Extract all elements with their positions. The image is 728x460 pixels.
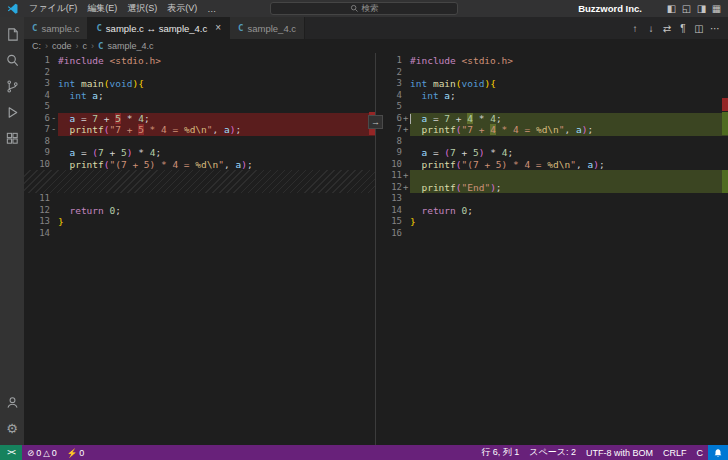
breadcrumb-folder[interactable]: c [83, 41, 88, 51]
notifications-bell-icon[interactable] [708, 445, 728, 460]
line-gutter: 3 [376, 78, 410, 90]
code-line[interactable]: 7- printf("7 + 5 * 4 = %d\n", a); [24, 124, 375, 136]
more-actions-icon[interactable]: ⋯ [708, 23, 722, 34]
code-line[interactable]: 2 [24, 67, 375, 79]
swap-sides-icon[interactable]: ⇄ [660, 23, 674, 34]
indentation[interactable]: スペース: 2 [524, 446, 581, 459]
tab-sample4-c[interactable]: C sample_4.c [230, 17, 305, 39]
next-change-icon[interactable]: ↓ [644, 23, 658, 34]
code-text: } [410, 216, 728, 228]
code-line[interactable]: 6- a = 7 + 5 * 4; [24, 113, 375, 125]
customize-layout-icon[interactable]: ▦ [709, 3, 724, 14]
split-editor-icon[interactable]: ◫ [692, 23, 706, 34]
code-token: + [456, 147, 473, 158]
eol-sequence[interactable]: CRLF [658, 448, 692, 458]
account-icon[interactable] [0, 389, 24, 415]
code-line[interactable]: 6+ a = 7 + 4 * 4; [376, 113, 728, 125]
diff-original-pane[interactable]: 1#include <stdio.h>23int main(void){4 in… [24, 53, 376, 445]
toggle-panel-icon[interactable]: ◱ [679, 3, 694, 14]
code-line[interactable]: 14 [24, 228, 375, 240]
menu-view[interactable]: 表示(V) [162, 2, 202, 15]
menu-file[interactable]: ファイル(F) [24, 2, 82, 15]
code-token: = [75, 113, 92, 124]
menu-selection[interactable]: 選択(S) [122, 2, 162, 15]
previous-change-icon[interactable]: ↑ [628, 23, 642, 34]
line-gutter: 2 [24, 67, 58, 79]
breadcrumb[interactable]: C: › code › c › C sample_4.c [24, 39, 728, 53]
cursor-position[interactable]: 行 6, 列 1 [476, 446, 524, 459]
code-line[interactable]: 3int main(void){ [376, 78, 728, 90]
code-line[interactable]: 12+ printf("End"); [376, 182, 728, 194]
code-line[interactable]: 4 int a; [24, 90, 375, 102]
code-line[interactable]: 5 [376, 101, 728, 113]
diff-filler-region[interactable] [24, 170, 375, 193]
code-token: = [427, 147, 444, 158]
code-token: #include [58, 55, 109, 66]
diff-modified-pane[interactable]: 1#include <stdio.h>23int main(void){4 in… [376, 53, 728, 445]
code-line[interactable]: 10 printf("(7 + 5) * 4 = %d\n", a); [376, 159, 728, 171]
breadcrumb-file[interactable]: sample_4.c [107, 41, 153, 51]
line-gutter: 5 [376, 101, 410, 113]
apply-change-arrow-icon[interactable]: → [368, 115, 383, 129]
search-sidebar-icon[interactable] [0, 47, 24, 73]
code-line[interactable]: 11 [24, 193, 375, 205]
code-token: = [75, 147, 92, 158]
tab-sample-c[interactable]: C sample.c [24, 17, 88, 39]
code-text: printf("7 + 4 * 4 = %d\n", a); [410, 124, 728, 136]
tab-diff-sample[interactable]: C sample.c ↔ sample_4.c × [88, 17, 230, 39]
code-line[interactable]: 16 [376, 228, 728, 240]
problems-status[interactable]: ⊘ 0 △ 0 [22, 448, 62, 458]
code-token: { [138, 78, 144, 89]
menu-edit[interactable]: 編集(E) [82, 2, 122, 15]
code-line[interactable]: 9 a = (7 + 5) * 4; [24, 147, 375, 159]
code-token: , [213, 124, 224, 135]
breadcrumb-folder[interactable]: code [52, 41, 72, 51]
code-line[interactable]: 3int main(void){ [24, 78, 375, 90]
code-token: ; [98, 90, 104, 101]
ports-status[interactable]: ⚡ 0 [62, 448, 90, 458]
code-line[interactable]: 1#include <stdio.h> [376, 55, 728, 67]
toggle-secondary-sidebar-icon[interactable]: ◨ [694, 3, 709, 14]
settings-gear-icon[interactable]: ⚙ [0, 415, 24, 441]
code-line[interactable]: 8 [376, 136, 728, 148]
encoding[interactable]: UTF-8 with BOM [581, 448, 658, 458]
command-center-search[interactable]: 検索 [270, 2, 458, 15]
code-line[interactable]: 8 [24, 136, 375, 148]
language-mode[interactable]: C [692, 448, 709, 458]
code-line[interactable]: 13 [376, 193, 728, 205]
line-gutter: 8 [24, 136, 58, 148]
overview-ruler[interactable] [722, 53, 728, 445]
remote-indicator[interactable]: >< [0, 445, 22, 460]
code-line[interactable]: 5 [24, 101, 375, 113]
title-bar: ファイル(F)編集(E)選択(S)表示(V)… 検索 Buzzword Inc.… [0, 0, 728, 17]
code-line[interactable]: 11+ [376, 170, 728, 182]
menu-overflow[interactable]: … [202, 4, 221, 14]
line-gutter: 12+ [376, 182, 410, 194]
code-line[interactable]: 9 a = (7 + 5) * 4; [376, 147, 728, 159]
run-debug-icon[interactable] [0, 99, 24, 125]
explorer-icon[interactable] [0, 21, 24, 47]
code-line[interactable]: 1#include <stdio.h> [24, 55, 375, 67]
code-token: * [473, 113, 490, 124]
code-line[interactable]: 7+ printf("7 + 4 * 4 = %d\n", a); [376, 124, 728, 136]
modified-code: 1#include <stdio.h>23int main(void){4 in… [376, 55, 728, 239]
code-line[interactable]: 13} [24, 216, 375, 228]
source-control-icon[interactable] [0, 73, 24, 99]
code-text: return 0; [410, 205, 728, 217]
code-line[interactable]: 15} [376, 216, 728, 228]
code-line[interactable]: 14 return 0; [376, 205, 728, 217]
code-token: "(7 + 5) * 4 = [462, 159, 548, 170]
breadcrumb-drive[interactable]: C: [32, 41, 41, 51]
code-line[interactable]: 12 return 0; [24, 205, 375, 217]
overview-ruler[interactable] [369, 53, 375, 445]
whitespace-icon[interactable]: ¶ [676, 23, 690, 34]
code-line[interactable]: 2 [376, 67, 728, 79]
diff-added-marker [722, 170, 728, 193]
tab-close-icon[interactable]: × [215, 23, 221, 33]
original-code: 1#include <stdio.h>23int main(void){4 in… [24, 55, 375, 239]
code-text: a = (7 + 5) * 4; [410, 147, 728, 159]
extensions-icon[interactable] [0, 125, 24, 151]
toggle-primary-sidebar-icon[interactable]: ◧ [664, 3, 679, 14]
code-line[interactable]: 10 printf("(7 + 5) * 4 = %d\n", a); [24, 159, 375, 171]
code-line[interactable]: 4 int a; [376, 90, 728, 102]
